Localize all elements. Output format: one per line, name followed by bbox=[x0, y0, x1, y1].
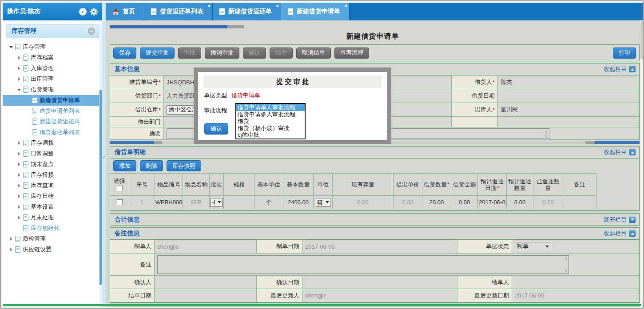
close-icon[interactable]: × bbox=[345, 4, 347, 8]
scrollbar-thumb[interactable] bbox=[110, 141, 154, 144]
row-expect-return-qty[interactable]: 0.00 bbox=[507, 195, 533, 209]
row-remark[interactable] bbox=[563, 195, 596, 209]
cancel-close-button[interactable]: 取消结单 bbox=[296, 48, 331, 59]
doc-icon bbox=[23, 55, 28, 61]
expand-section-button[interactable]: 展开栏目 bbox=[604, 216, 636, 224]
sidebar-item-inbound-mgmt[interactable]: 入库管理 bbox=[3, 63, 102, 74]
sidebar-item-inventory-daily-close[interactable]: 库存日结 bbox=[3, 191, 102, 202]
unit-select[interactable]: 箱 bbox=[316, 198, 330, 207]
tab-label: 新建借货申请单 bbox=[297, 8, 340, 16]
vertical-scrollbar[interactable] bbox=[640, 20, 644, 307]
sidebar-item-inventory-loss[interactable]: 库存报损 bbox=[3, 170, 102, 180]
flow-option[interactable]: cj的审批 bbox=[236, 131, 305, 139]
collapse-panel-icon[interactable] bbox=[88, 28, 95, 35]
revoke-approval-button[interactable]: 撤消审批 bbox=[205, 48, 239, 59]
row-base-qty[interactable]: 2400.00 bbox=[283, 195, 314, 209]
delete-row-button[interactable]: 删除 bbox=[140, 160, 163, 171]
scroll-down-icon[interactable] bbox=[564, 268, 568, 273]
sidebar-scrollbar[interactable] bbox=[99, 23, 102, 307]
sidebar-item-period-end-count[interactable]: 期末盘点 bbox=[3, 159, 102, 170]
borrow-dept-label: 借货部门* bbox=[110, 89, 164, 103]
tab-borrow-return-list[interactable]: 借货返还单列表 × bbox=[144, 3, 213, 20]
tab-new-borrow-request[interactable]: 新建借货申请单 × bbox=[281, 3, 350, 20]
chevron-right-icon bbox=[17, 215, 21, 220]
row-return-date[interactable]: 2017-06-0 bbox=[478, 195, 507, 209]
sidebar-item-basic-settings[interactable]: 基本设置 bbox=[3, 202, 102, 212]
scrollbar-thumb[interactable] bbox=[595, 141, 640, 144]
collapse-label: 收起栏目 bbox=[604, 230, 627, 238]
flow-option[interactable]: 借货（杨小波）审批 bbox=[236, 125, 305, 132]
remark-info-section: 备注信息 收起栏目 制单人 chengjie 制单日期 2017-06-05 单… bbox=[110, 227, 640, 303]
gear-icon[interactable] bbox=[90, 8, 98, 16]
scrollbar-thumb[interactable] bbox=[640, 21, 643, 59]
section-title: 备注信息 bbox=[115, 230, 604, 238]
close-icon[interactable]: × bbox=[208, 4, 211, 8]
status-select[interactable]: 制单 bbox=[515, 242, 551, 251]
flow-option[interactable]: 借货申请多人审批流程 bbox=[236, 111, 305, 118]
tree-item-label: 质检管理 bbox=[23, 235, 46, 243]
close-icon[interactable]: × bbox=[276, 4, 279, 8]
scrollbar-thumb[interactable] bbox=[99, 90, 102, 285]
flow-option[interactable]: 借货 bbox=[236, 118, 305, 125]
collapse-label: 收起栏目 bbox=[604, 148, 627, 156]
sidebar-item-borrow-mgmt[interactable]: 借货管理 bbox=[3, 84, 102, 95]
splitter[interactable] bbox=[102, 3, 106, 307]
row-borrow-qty[interactable]: 20.00 bbox=[422, 195, 451, 209]
sidebar-item-borrow-return-list[interactable]: 借货返还单列表 bbox=[3, 127, 102, 138]
sidebar-item-month-end[interactable]: 月末处理 bbox=[3, 212, 102, 223]
tab-home[interactable]: 首页 bbox=[106, 3, 144, 20]
collapse-handle-icon[interactable] bbox=[102, 153, 106, 162]
maker-value: chengjie bbox=[155, 240, 257, 254]
collapse-section-button[interactable]: 收起栏目 bbox=[604, 148, 636, 156]
confirm-button[interactable]: 确认 bbox=[243, 48, 266, 59]
dialog-confirm-button[interactable]: 确认 bbox=[204, 123, 228, 135]
sidebar-item-inventory-archive[interactable]: 库存档案 bbox=[3, 52, 102, 63]
summary-label: 摘要 bbox=[110, 127, 164, 140]
col-returned-qty: 已返还数量 bbox=[533, 173, 563, 195]
sidebar-item-outbound-mgmt[interactable]: 出库管理 bbox=[3, 74, 102, 84]
row-item-no[interactable]: WPBH000 bbox=[155, 195, 183, 209]
sidebar-item-inventory-mgmt[interactable]: 库存管理 bbox=[3, 42, 102, 52]
batch-select[interactable]: -i bbox=[211, 198, 223, 207]
doc-icon bbox=[15, 44, 20, 50]
status-cell: 制单 bbox=[512, 240, 639, 254]
sidebar-item-inventory-init[interactable]: 库存初始化 bbox=[3, 223, 102, 234]
chevron-right-icon bbox=[9, 237, 13, 241]
unit-select-value: 箱 bbox=[317, 198, 323, 206]
collapse-section-button[interactable]: 收起栏目 bbox=[604, 65, 636, 73]
select-all-checkbox[interactable] bbox=[117, 186, 123, 191]
section-title: 合计信息 bbox=[115, 216, 604, 224]
note-textarea[interactable] bbox=[157, 255, 569, 274]
sidebar-item-borrow-request-list[interactable]: 借货申请单列表 bbox=[3, 106, 102, 116]
submit-approval-button[interactable]: 提交审批 bbox=[140, 48, 175, 59]
close-order-button[interactable]: 结单 bbox=[270, 48, 293, 59]
add-row-button[interactable]: 添加 bbox=[113, 160, 136, 171]
row-checkbox[interactable] bbox=[117, 199, 123, 205]
save-button[interactable]: 保存 bbox=[113, 48, 136, 59]
sidebar-item-inventory-query[interactable]: 库存查询 bbox=[3, 180, 102, 191]
sidebar-item-quality-mgmt[interactable]: 质检管理 bbox=[3, 234, 102, 244]
doc-type-value: 借货申请单 bbox=[231, 91, 260, 99]
print-button[interactable]: 打印 bbox=[613, 48, 636, 59]
collapse-section-button[interactable]: 收起栏目 bbox=[604, 230, 636, 238]
flow-listbox[interactable]: 借货申请单人审批流程 借货申请多人审批流程 借货 借货（杨小波）审批 cj的审批 bbox=[235, 103, 306, 139]
dialog-title: 提 交 审 批 bbox=[203, 75, 382, 88]
tab-new-borrow-return[interactable]: 新建借货返还单 × bbox=[213, 3, 281, 20]
sidebar-panel-header[interactable]: 库存管理 bbox=[6, 24, 99, 38]
scroll-down-icon[interactable] bbox=[545, 133, 548, 138]
sidebar-item-daily-adjust[interactable]: 日常调整 bbox=[3, 148, 102, 159]
approve-button[interactable]: 审批 bbox=[178, 48, 201, 59]
chevron-left-icon[interactable] bbox=[79, 8, 87, 16]
chevron-right-icon bbox=[17, 162, 21, 166]
view-flow-button[interactable]: 查看流程 bbox=[334, 48, 369, 59]
row-amount: 0.00 bbox=[451, 195, 478, 209]
sidebar-item-supply-chain-settings[interactable]: 供应链设置 bbox=[3, 244, 102, 255]
sidebar-item-new-borrow-request[interactable]: 新建借货申请单 bbox=[3, 95, 102, 106]
sidebar-item-inventory-transfer[interactable]: 库存调拨 bbox=[3, 138, 102, 148]
flow-option[interactable]: 借货申请单人审批流程 bbox=[236, 104, 305, 111]
tree-item-label: 借货管理 bbox=[31, 86, 54, 94]
sidebar-item-new-borrow-return[interactable]: 新建借货返还单 bbox=[3, 116, 102, 127]
confirmer-label: 确认人 bbox=[110, 276, 155, 289]
scroll-up-icon[interactable] bbox=[564, 256, 568, 261]
stock-snapshot-button[interactable]: 库存快照 bbox=[167, 160, 201, 171]
